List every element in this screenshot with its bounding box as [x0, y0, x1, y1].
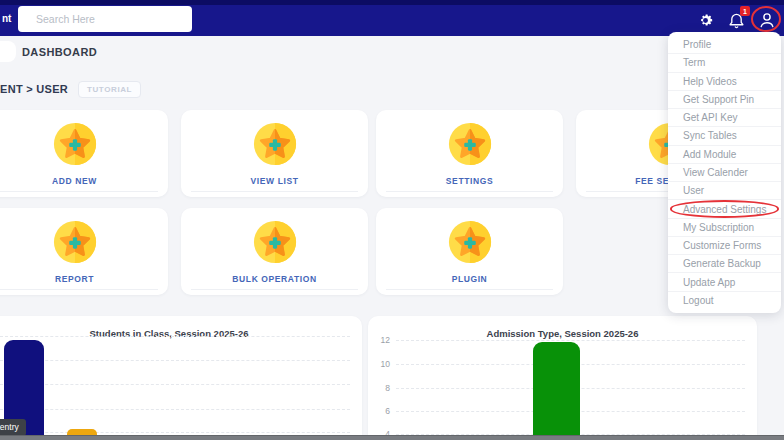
gridline — [0, 336, 350, 337]
user-menu-button[interactable] — [756, 8, 778, 32]
card-label: BULK OPERATION — [181, 274, 368, 284]
card-report[interactable]: REPORT — [0, 208, 168, 295]
menu-item-logout[interactable]: Logout — [668, 291, 781, 309]
menu-item-generate-backup[interactable]: Generate Backup — [668, 254, 781, 272]
menu-item-my-subscription[interactable]: My Subscription — [668, 218, 781, 236]
menu-item-add-module[interactable]: Add Module — [668, 145, 781, 163]
page-title: DASHBOARD — [22, 46, 97, 58]
gear-icon — [697, 12, 714, 29]
menu-item-get-api-key[interactable]: Get API Key — [668, 108, 781, 126]
menu-item-customize-forms[interactable]: Customize Forms — [668, 236, 781, 254]
star-icon — [52, 219, 98, 265]
card-settings[interactable]: SETTINGS — [376, 110, 563, 197]
breadcrumb: ENT > USER — [0, 83, 68, 95]
user-dropdown-menu: Profile Term Help Videos Get Support Pin… — [668, 32, 781, 313]
chart-title: Students in Class, Session 2025-26 — [0, 328, 362, 339]
card-label: SETTINGS — [376, 176, 563, 186]
y-axis-tick: 6 — [368, 406, 390, 416]
y-axis-tick: 12 — [368, 335, 390, 345]
gridline — [0, 432, 350, 433]
user-icon — [758, 11, 776, 30]
card-bulk-operation[interactable]: BULK OPERATION — [181, 208, 368, 295]
star-icon — [447, 219, 493, 265]
menu-item-help-videos[interactable]: Help Videos — [668, 72, 781, 90]
card-label: VIEW LIST — [181, 176, 368, 186]
chart-title: Admission Type, Session 2025-26 — [368, 328, 757, 339]
menu-item-sync-tables[interactable]: Sync Tables — [668, 126, 781, 144]
admission-chart-card: Admission Type, Session 2025-26 12 10 8 … — [368, 316, 757, 440]
star-icon — [252, 219, 298, 265]
chart-tooltip: -entry — [0, 419, 26, 436]
notification-badge: 1 — [740, 6, 750, 16]
y-axis-tick: 8 — [368, 383, 390, 393]
gridline — [0, 384, 350, 385]
menu-item-term[interactable]: Term — [668, 53, 781, 71]
menu-item-user[interactable]: User — [668, 181, 781, 199]
card-divider — [386, 191, 553, 192]
window-bottom-edge — [0, 435, 784, 440]
card-divider — [0, 191, 158, 192]
star-icon — [252, 121, 298, 167]
card-add-new[interactable]: ADD NEW — [0, 110, 168, 197]
tab-fragment — [0, 41, 16, 62]
notifications-button[interactable]: 1 — [725, 8, 747, 32]
card-divider — [191, 289, 358, 290]
card-plugin[interactable]: PLUGIN — [376, 208, 563, 295]
card-label: PLUGIN — [376, 274, 563, 284]
menu-item-get-support-pin[interactable]: Get Support Pin — [668, 90, 781, 108]
students-chart-card: Students in Class, Session 2025-26 — [0, 316, 362, 440]
menu-item-advanced-settings[interactable]: Advanced Settings — [668, 199, 781, 217]
gridline — [396, 340, 745, 341]
star-icon — [447, 121, 493, 167]
bar-admission-green[interactable] — [533, 342, 580, 440]
menu-item-profile[interactable]: Profile — [668, 36, 781, 53]
menu-item-update-app[interactable]: Update App — [668, 272, 781, 290]
menu-item-view-calender[interactable]: View Calender — [668, 163, 781, 181]
gridline — [0, 360, 350, 361]
search-input[interactable] — [18, 6, 192, 32]
card-divider — [386, 289, 553, 290]
y-axis-tick: 10 — [368, 359, 390, 369]
top-navbar: nt 1 — [0, 0, 784, 36]
card-divider — [191, 191, 358, 192]
card-label: ADD NEW — [0, 176, 168, 186]
settings-button[interactable] — [694, 8, 716, 32]
gridline — [0, 409, 350, 410]
card-divider — [0, 289, 158, 290]
star-icon — [52, 121, 98, 167]
brand-text-fragment: nt — [2, 13, 11, 24]
card-view-list[interactable]: VIEW LIST — [181, 110, 368, 197]
tutorial-badge[interactable]: TUTORIAL — [78, 81, 141, 98]
card-label: REPORT — [0, 274, 168, 284]
